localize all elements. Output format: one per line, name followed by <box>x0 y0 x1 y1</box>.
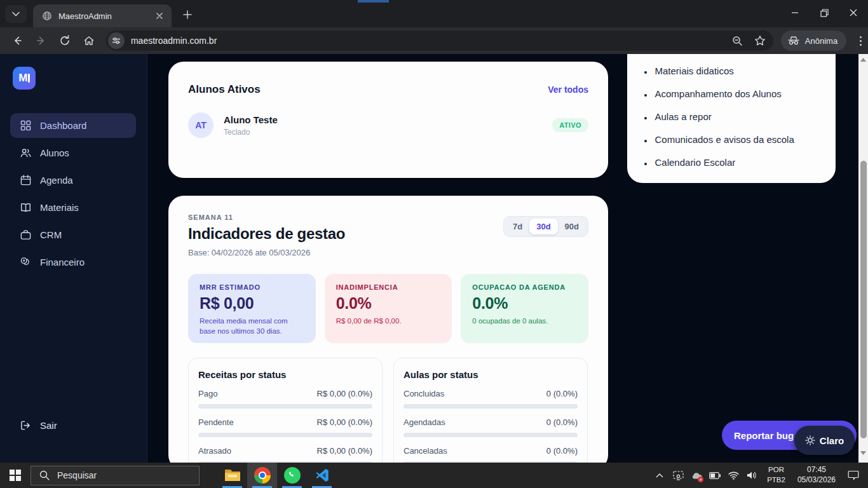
sidebar-item-dashboard[interactable]: Dashboard <box>10 113 136 138</box>
sidebar-item-label: Dashboard <box>40 120 86 131</box>
logout-icon <box>20 420 31 431</box>
close-window-button[interactable] <box>839 0 868 25</box>
range-90d-button[interactable]: 90d <box>558 219 586 234</box>
checklist-label: Acompanhamento dos Alunos <box>655 88 782 99</box>
sidebar-item-crm[interactable]: CRM <box>10 222 136 247</box>
top-accent-strip <box>358 0 389 3</box>
sidebar-item-logout[interactable]: Sair <box>20 420 57 431</box>
main-content: Alunos Ativos Ver todos AT Aluno Teste T… <box>147 54 868 463</box>
status-label: Concluidas <box>403 389 444 398</box>
status-lists: Receitas por status PagoR$ 0,00 (0.0%) P… <box>188 358 588 463</box>
range-7d-button[interactable]: 7d <box>506 219 529 234</box>
forward-button[interactable] <box>31 30 52 51</box>
checklist-item-acompanhamento[interactable]: Acompanhamento dos Alunos <box>644 82 818 105</box>
book-open-icon <box>20 202 31 213</box>
start-button[interactable] <box>0 463 31 488</box>
status-label: Atrasado <box>198 446 231 456</box>
site-settings-button[interactable] <box>108 32 125 49</box>
back-button[interactable] <box>6 30 28 51</box>
vscode-icon <box>315 468 330 483</box>
status-value: R$ 0,00 (0.0%) <box>317 446 372 456</box>
bookmark-star-icon[interactable] <box>754 35 766 46</box>
taskbar-clock[interactable]: 07:45 05/03/2026 <box>794 465 839 485</box>
grid-icon <box>20 120 31 131</box>
revenue-status-title: Receitas por status <box>198 369 372 380</box>
scrollbar-thumb[interactable] <box>860 161 867 438</box>
checklist-item-calendario[interactable]: Calendario Escolar <box>644 151 818 173</box>
checklist-item-materiais[interactable]: Materiais didaticos <box>644 59 818 82</box>
onedrive-status-button[interactable]: × <box>689 463 703 488</box>
checklist-label: Materiais didaticos <box>655 65 734 76</box>
sun-icon <box>805 435 815 445</box>
theme-toggle-button[interactable]: Claro <box>794 426 855 455</box>
close-icon <box>850 9 857 17</box>
forward-icon <box>36 35 47 46</box>
metric-description: 0 ocupadas de 0 aulas. <box>472 316 577 327</box>
sidebar-item-label: Financeiro <box>40 257 85 268</box>
sidebar-item-financeiro[interactable]: Financeiro <box>10 250 136 274</box>
browser-toolbar: maestroadmin.com.br Anônima <box>0 27 868 54</box>
address-bar[interactable]: maestroadmin.com.br <box>106 30 773 51</box>
metric-value: 0.0% <box>472 294 577 313</box>
checklist-item-aulas-repor[interactable]: Aulas a repor <box>644 105 818 128</box>
battery-icon <box>709 472 721 479</box>
action-center-button[interactable] <box>844 463 863 488</box>
minimize-icon <box>791 9 799 17</box>
metric-label: MRR ESTIMADO <box>200 283 304 291</box>
whatsapp-icon <box>284 467 301 484</box>
browser-menu-button[interactable] <box>853 33 868 48</box>
zoom-icon[interactable] <box>732 36 743 46</box>
scroll-up-button[interactable] <box>858 55 868 64</box>
tray-expand-button[interactable] <box>653 463 667 488</box>
tab-title: MaestroAdmin <box>58 11 154 21</box>
scroll-down-button[interactable] <box>858 449 868 458</box>
sidebar-item-agenda[interactable]: Agenda <box>10 168 136 193</box>
reload-button[interactable] <box>54 30 76 51</box>
wifi-button[interactable] <box>726 463 740 488</box>
sidebar-item-materiais[interactable]: Materiais <box>10 195 136 220</box>
status-row-pendente: PendenteR$ 0,00 (0.0%) <box>198 417 372 437</box>
status-row-agendadas: Agendadas0 (0.0%) <box>403 417 578 437</box>
page-scrollbar[interactable] <box>858 54 868 463</box>
metric-description: R$ 0,00 de R$ 0,00. <box>336 316 441 327</box>
chevron-down-icon <box>12 11 20 17</box>
chrome-button[interactable] <box>247 463 277 488</box>
battery-button[interactable] <box>708 463 722 488</box>
metric-inadimplencia: INADIMPLENCIA 0.0% R$ 0,00 de R$ 0,00. <box>325 274 452 343</box>
file-explorer-button[interactable] <box>217 463 247 488</box>
checklist-item-comunicados[interactable]: Comunicados e avisos da escola <box>644 128 818 151</box>
wireless-display-button[interactable] <box>671 463 685 488</box>
taskbar-search-input[interactable]: Pesquisar <box>31 466 200 485</box>
volume-button[interactable] <box>745 463 759 488</box>
address-bar-actions <box>732 35 766 46</box>
minimize-button[interactable] <box>780 0 810 25</box>
lessons-status-card: Aulas por status Concluidas0 (0.0%) Agen… <box>393 358 588 463</box>
whatsapp-button[interactable] <box>277 463 307 488</box>
sidebar-item-alunos[interactable]: Alunos <box>10 140 136 165</box>
bullet-icon <box>644 140 647 142</box>
vscode-button[interactable] <box>307 463 337 488</box>
language-code: POR <box>767 465 785 475</box>
tab-search-button[interactable] <box>5 5 27 23</box>
home-button[interactable] <box>78 30 100 51</box>
language-indicator[interactable]: POR PTB2 <box>763 465 789 485</box>
tab-maestroadmin[interactable]: MaestroAdmin <box>33 4 172 27</box>
keyboard-layout: PTB2 <box>767 475 785 485</box>
logout-label: Sair <box>40 420 57 431</box>
triangle-down-icon <box>860 451 866 455</box>
bullet-icon <box>644 117 647 119</box>
url-text: maestroadmin.com.br <box>131 36 732 46</box>
speaker-icon <box>747 471 757 480</box>
tab-close-button[interactable] <box>154 10 165 22</box>
range-30d-button[interactable]: 30d <box>529 219 557 234</box>
see-all-link[interactable]: Ver todos <box>548 85 588 95</box>
restore-button[interactable] <box>810 0 839 25</box>
status-value: R$ 0,00 (0.0%) <box>317 417 372 427</box>
metric-ocupacao: OCUPACAO DA AGENDA 0.0% 0 ocupadas de 0 … <box>461 274 588 343</box>
metric-label: INADIMPLENCIA <box>336 283 441 291</box>
new-tab-button[interactable] <box>179 6 196 23</box>
student-instrument: Teclado <box>224 128 552 137</box>
student-list-item[interactable]: AT Aluno Teste Teclado ATIVO <box>188 112 588 138</box>
search-icon <box>39 470 50 480</box>
notification-bubble-icon <box>848 470 859 480</box>
